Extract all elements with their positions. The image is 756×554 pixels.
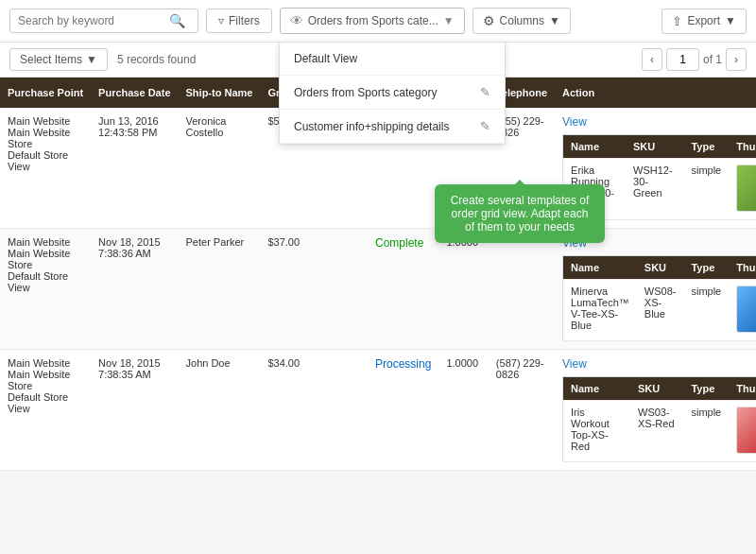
cell-grand-total: $34.00	[260, 350, 368, 471]
cell-ship-to: Peter Parker	[179, 229, 261, 350]
cell-weight: 1.0000	[438, 229, 488, 350]
columns-label: Columns	[500, 14, 544, 27]
edit-icon[interactable]: ✎	[480, 119, 490, 133]
cell-status: Processing	[368, 350, 438, 471]
tooltip-bubble: Create several templates of order grid v…	[435, 184, 605, 243]
next-page-button[interactable]: ›	[726, 48, 747, 71]
product-sku: WS08-XS-Blue	[637, 280, 684, 341]
cell-action: View Name SKU Type Thumbnail	[555, 350, 756, 471]
top-bar: 🔍 ▿ Filters 👁 Orders from Sports cate...…	[0, 0, 756, 43]
product-thumbnail	[729, 280, 756, 341]
menu-item-label: Orders from Sports category	[294, 86, 437, 99]
nested-col-type: Type	[683, 377, 729, 401]
nested-col-sku: SKU	[626, 135, 683, 159]
cell-purchase-date: Jun 13, 201612:43:58 PM	[91, 108, 178, 229]
menu-item-sports[interactable]: Orders from Sports category ✎	[280, 76, 505, 110]
cell-purchase-date: Nov 18, 20157:38:35 AM	[91, 350, 178, 471]
product-type: simple	[683, 401, 729, 462]
filters-button[interactable]: ▿ Filters	[206, 9, 272, 33]
nested-col-thumb: Thumbnail	[729, 256, 756, 280]
filter-icon: ▿	[218, 14, 224, 27]
col-action: Action	[555, 78, 756, 108]
cell-purchase-point: Main WebsiteMain Website StoreDefault St…	[0, 350, 91, 471]
eye-icon: 👁	[290, 13, 303, 28]
cell-purchase-date: Nov 18, 20157:38:36 AM	[91, 229, 178, 350]
menu-item-label: Default View	[294, 52, 357, 65]
product-type: simple	[683, 280, 729, 341]
nested-col-name: Name	[563, 256, 637, 280]
view-link[interactable]: View	[562, 357, 587, 371]
menu-item-default[interactable]: Default View	[280, 43, 505, 76]
search-input[interactable]	[18, 14, 169, 27]
cell-telephone	[489, 229, 555, 350]
cell-ship-to: John Doe	[179, 350, 261, 471]
select-items-label: Select Items	[20, 53, 82, 66]
cell-status: Complete	[368, 229, 438, 350]
cell-action: View Name SKU Type Thumbnail	[555, 229, 756, 350]
menu-item-customer[interactable]: Customer info+shipping details ✎	[280, 110, 505, 144]
chevron-down-icon: ▼	[725, 14, 736, 27]
filters-label: Filters	[229, 14, 260, 27]
table-row: Main WebsiteMain Website StoreDefault St…	[0, 350, 756, 471]
col-ship-to: Ship-to Name	[179, 78, 261, 108]
nested-col-sku: SKU	[630, 377, 683, 401]
product-sku: WSH12-30-Green	[626, 159, 683, 220]
cell-ship-to: Veronica Costello	[179, 108, 261, 229]
chevron-down-icon: ▼	[443, 14, 455, 27]
edit-icon[interactable]: ✎	[480, 85, 490, 99]
select-items-button[interactable]: Select Items ▼	[9, 48, 108, 71]
product-row: Iris Workout Top-XS-Red WS03-XS-Red simp…	[563, 401, 756, 462]
table-row: Main WebsiteMain Website StoreDefault St…	[0, 229, 756, 350]
nested-col-type: Type	[683, 135, 729, 159]
nested-col-sku: SKU	[637, 256, 684, 280]
product-thumbnail	[729, 159, 756, 220]
chevron-down-icon: ▼	[86, 53, 97, 66]
pagination: ‹ of 1 ›	[642, 48, 747, 71]
cell-purchase-point: Main WebsiteMain Website StoreDefault St…	[0, 108, 91, 229]
nested-col-name: Name	[563, 377, 630, 401]
prev-page-button[interactable]: ‹	[642, 48, 662, 71]
product-thumbnail	[729, 401, 756, 462]
records-count: 5 records found	[117, 53, 196, 66]
gear-icon: ⚙	[483, 13, 495, 28]
product-sku: WS03-XS-Red	[630, 401, 683, 462]
menu-item-label: Customer info+shipping details	[294, 120, 449, 133]
export-button[interactable]: ⇧ Export ▼	[662, 9, 747, 34]
nested-col-thumb: Thumbnail	[729, 377, 756, 401]
tooltip-text: Create several templates of order grid v…	[451, 194, 590, 234]
search-box[interactable]: 🔍	[9, 9, 198, 33]
view-dropdown-menu: Default View Orders from Sports category…	[279, 42, 506, 145]
product-row: Minerva LumaTech™ V-Tee-XS-Blue WS08-XS-…	[563, 280, 756, 341]
chevron-down-icon: ▼	[549, 14, 560, 27]
export-icon: ⇧	[672, 14, 682, 28]
product-name: Minerva LumaTech™ V-Tee-XS-Blue	[563, 280, 637, 341]
cell-weight: 1.0000	[438, 350, 488, 471]
nested-col-type: Type	[683, 256, 729, 280]
nested-col-name: Name	[563, 135, 626, 159]
product-type: simple	[683, 159, 729, 220]
export-label: Export	[687, 14, 720, 27]
col-purchase-point: Purchase Point	[0, 78, 91, 108]
cell-telephone: (587) 229-0826	[489, 350, 555, 471]
view-link[interactable]: View	[562, 115, 587, 129]
view-label: Orders from Sports cate...	[308, 14, 438, 27]
cell-purchase-point: Main WebsiteMain Website StoreDefault St…	[0, 229, 91, 350]
product-name: Iris Workout Top-XS-Red	[563, 401, 630, 462]
columns-button[interactable]: ⚙ Columns ▼	[472, 8, 571, 34]
search-button[interactable]: 🔍	[169, 13, 185, 28]
view-dropdown[interactable]: 👁 Orders from Sports cate... ▼	[280, 8, 465, 34]
col-purchase-date: Purchase Date	[91, 78, 178, 108]
cell-grand-total: $37.00	[260, 229, 368, 350]
page-total: of 1	[703, 53, 722, 66]
page-number-input[interactable]	[666, 48, 699, 71]
nested-col-thumb: Thumbnail	[729, 135, 756, 159]
